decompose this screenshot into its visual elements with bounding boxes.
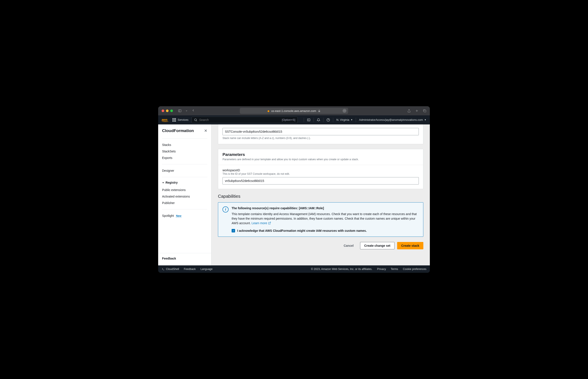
stack-name-helper: Stack name can include letters (A-Z and … — [223, 137, 419, 140]
titlebar-left-controls — [178, 109, 188, 112]
search-shortcut: [Option+S] — [282, 118, 295, 121]
terminal-icon — [162, 268, 165, 270]
grid-icon — [172, 118, 176, 122]
cancel-button[interactable]: Cancel — [340, 242, 358, 249]
footer-feedback[interactable]: Feedback — [184, 268, 196, 270]
sidebar-item-exports[interactable]: Exports — [158, 155, 211, 161]
sidebar-group-registry[interactable]: ▼ Registry — [158, 179, 211, 186]
site-favicon: ◆ — [267, 109, 270, 112]
create-stack-button[interactable]: Create stack — [397, 242, 423, 249]
browser-window: ◆ us-east-1.console.aws.amazon.com ⋯ aws… — [158, 106, 430, 273]
alert-body-text: This template contains Identity and Acce… — [232, 212, 419, 225]
workspace-id-input[interactable] — [223, 177, 419, 185]
url-bar[interactable]: ◆ us-east-1.console.aws.amazon.com ⋯ — [240, 108, 348, 114]
tabs-icon[interactable] — [423, 109, 426, 112]
footer-cookies[interactable]: Cookie preferences — [403, 268, 426, 270]
help-button[interactable] — [327, 118, 330, 122]
chevron-down-icon[interactable] — [185, 110, 188, 112]
actions-row: Cancel Create change set Create stack — [218, 242, 423, 249]
workspace-id-desc: This is the ID of your SST Console works… — [223, 172, 419, 175]
sidebar: CloudFormation ✕ Stacks StackSets Export… — [158, 125, 211, 265]
aws-logo[interactable]: aws — [162, 118, 168, 122]
aws-search[interactable]: [Option+S] — [192, 117, 298, 123]
search-icon — [194, 118, 197, 122]
sidebar-item-stacks[interactable]: Stacks — [158, 142, 211, 148]
nav-back-button[interactable] — [192, 109, 195, 113]
sidebar-title: CloudFormation — [162, 128, 194, 133]
sidebar-toggle-icon[interactable] — [178, 109, 181, 112]
capabilities-alert: i The following resource(s) require capa… — [218, 202, 423, 237]
sidebar-item-activated-extensions[interactable]: Activated extensions — [158, 193, 211, 200]
search-input[interactable] — [199, 118, 282, 122]
learn-more-link[interactable]: Learn more — [252, 221, 271, 225]
new-badge: New — [176, 214, 181, 218]
acknowledge-row: ✓ I acknowledge that AWS CloudFormation … — [232, 229, 419, 233]
sidebar-item-public-extensions[interactable]: Public extensions — [158, 187, 211, 193]
footer-cloudshell[interactable]: CloudShell — [162, 268, 179, 270]
footer-privacy[interactable]: Privacy — [377, 268, 386, 270]
stack-name-input[interactable] — [223, 128, 419, 135]
footer-copyright: © 2023, Amazon Web Services, Inc. or its… — [311, 268, 372, 270]
svg-rect-6 — [424, 110, 426, 112]
url-more-icon[interactable]: ⋯ — [343, 109, 347, 113]
parameters-title: Parameters — [223, 152, 419, 157]
svg-rect-2 — [318, 111, 320, 112]
svg-line-13 — [269, 222, 270, 223]
create-change-set-button[interactable]: Create change set — [360, 242, 394, 249]
aws-top-nav: aws Services [Option+S] N. Vir — [158, 115, 430, 125]
url-text: us-east-1.console.aws.amazon.com — [271, 109, 316, 112]
workspace-id-label: workspaceID — [223, 169, 419, 172]
sidebar-feedback-link[interactable]: Feedback — [158, 253, 211, 265]
lock-icon — [318, 110, 321, 112]
acknowledge-checkbox[interactable]: ✓ — [232, 229, 235, 232]
parameters-subtitle: Parameters are defined in your template … — [223, 158, 419, 161]
external-link-icon — [268, 221, 271, 225]
main-content: Stack name can include letters (A-Z and … — [211, 125, 430, 265]
sidebar-item-spotlight[interactable]: Spotlight New — [158, 212, 211, 219]
close-window-button[interactable] — [162, 110, 164, 112]
services-label: Services — [178, 118, 188, 121]
svg-line-8 — [196, 121, 197, 121]
maximize-window-button[interactable] — [170, 110, 173, 112]
share-icon[interactable] — [407, 109, 411, 112]
sidebar-main-list: Stacks StackSets Exports — [158, 141, 211, 162]
services-menu-button[interactable]: Services — [172, 118, 188, 122]
titlebar-right-controls — [407, 109, 426, 112]
aws-footer: CloudShell Feedback Language © 2023, Ama… — [158, 265, 430, 273]
acknowledge-label: I acknowledge that AWS CloudFormation mi… — [237, 229, 367, 233]
minimize-window-button[interactable] — [166, 110, 168, 112]
parameters-panel: Parameters Parameters are defined in you… — [218, 149, 423, 189]
body-area: CloudFormation ✕ Stacks StackSets Export… — [158, 125, 430, 265]
notifications-button[interactable] — [317, 118, 320, 122]
capabilities-title: Capabilities — [218, 194, 423, 199]
sidebar-item-stacksets[interactable]: StackSets — [158, 148, 211, 155]
account-menu[interactable]: AdministratorAccess/jay@anomalyinnovatio… — [359, 118, 426, 121]
cloudshell-icon-button[interactable] — [307, 118, 310, 122]
footer-language[interactable]: Language — [200, 268, 212, 270]
svg-point-7 — [195, 119, 196, 121]
sidebar-item-designer[interactable]: Designer — [158, 167, 211, 174]
sidebar-close-button[interactable]: ✕ — [204, 128, 207, 133]
region-selector[interactable]: N. Virginia ▼ — [336, 118, 353, 121]
footer-terms[interactable]: Terms — [391, 268, 398, 270]
new-tab-icon[interactable] — [415, 109, 419, 112]
stack-name-panel: Stack name can include letters (A-Z and … — [218, 125, 423, 144]
titlebar: ◆ us-east-1.console.aws.amazon.com ⋯ — [158, 106, 430, 115]
alert-title: The following resource(s) require capabi… — [232, 206, 419, 210]
sidebar-item-publisher[interactable]: Publisher — [158, 200, 211, 206]
info-icon: i — [223, 206, 228, 212]
svg-rect-0 — [179, 110, 181, 112]
traffic-lights — [162, 110, 173, 112]
